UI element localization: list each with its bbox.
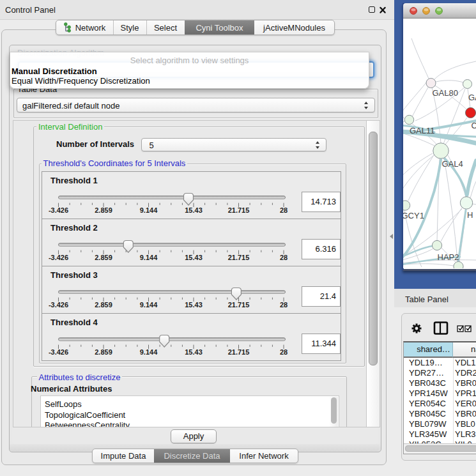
- svg-text:HAP2: HAP2: [438, 252, 459, 262]
- svg-text:GA: GA: [468, 93, 476, 102]
- svg-text:21.715: 21.715: [228, 301, 250, 309]
- svg-text:15.43: 15.43: [185, 254, 203, 261]
- svg-text:GAL11: GAL11: [410, 126, 435, 135]
- svg-text:21.715: 21.715: [228, 348, 250, 356]
- svg-text:C: C: [472, 121, 476, 130]
- svg-text:-3.426: -3.426: [49, 301, 68, 309]
- svg-text:GAL4: GAL4: [442, 159, 463, 169]
- svg-text:GAL80: GAL80: [433, 88, 458, 98]
- svg-text:28: 28: [280, 206, 288, 214]
- svg-text:2.859: 2.859: [95, 348, 112, 356]
- svg-text:9.144: 9.144: [140, 206, 158, 214]
- svg-text:15.43: 15.43: [185, 206, 203, 214]
- svg-text:15.43: 15.43: [185, 301, 203, 309]
- svg-text:28: 28: [280, 348, 288, 356]
- svg-text:21.715: 21.715: [228, 206, 250, 214]
- svg-text:21.715: 21.715: [228, 254, 250, 261]
- svg-text:9.144: 9.144: [140, 348, 158, 356]
- svg-text:H: H: [467, 210, 473, 220]
- svg-text:2.859: 2.859: [95, 301, 112, 309]
- svg-text:9.144: 9.144: [140, 301, 158, 309]
- svg-text:15.43: 15.43: [185, 348, 203, 356]
- svg-text:-3.426: -3.426: [49, 206, 68, 214]
- svg-text:28: 28: [280, 301, 288, 309]
- svg-text:2.859: 2.859: [95, 206, 112, 214]
- svg-text:GCY1: GCY1: [403, 211, 424, 220]
- svg-text:28: 28: [280, 254, 288, 261]
- svg-text:2.859: 2.859: [95, 254, 112, 261]
- svg-text:-3.426: -3.426: [49, 254, 68, 261]
- svg-text:9.144: 9.144: [140, 254, 158, 261]
- svg-text:-3.426: -3.426: [49, 348, 68, 356]
